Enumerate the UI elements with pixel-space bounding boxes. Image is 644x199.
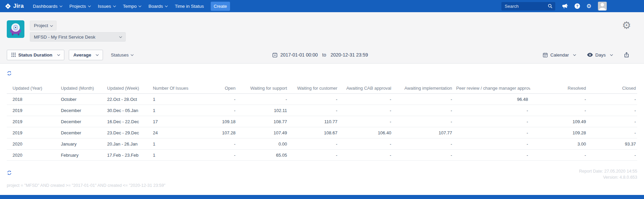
table-cell: 2019 xyxy=(7,105,59,116)
table-cell: 107.77 xyxy=(393,127,454,138)
create-button[interactable]: Create xyxy=(211,2,230,11)
grid-icon xyxy=(12,53,16,57)
top-navbar: Jira DashboardsProjectsIssuesTempoBoards… xyxy=(0,0,644,12)
table-cell: 20.Jan - 26.Jan xyxy=(105,138,151,150)
refresh-button-bottom[interactable] xyxy=(7,170,12,175)
calendar-type-dropdown[interactable]: Calendar xyxy=(543,52,576,58)
table-cell: - xyxy=(194,138,237,150)
table-cell: 96.48 xyxy=(454,94,530,105)
table-cell: 17.Feb - 23.Feb xyxy=(105,150,151,161)
column-header: Resolved xyxy=(530,83,588,94)
status-duration-table: Updated (Year)Updated (Month)Updated (We… xyxy=(7,83,637,161)
date-separator: to xyxy=(321,52,328,58)
user-avatar[interactable] xyxy=(598,2,607,10)
report-type-dropdown[interactable]: Status Duration xyxy=(7,50,64,60)
table-cell: - xyxy=(588,94,637,105)
jira-logo-text: Jira xyxy=(13,3,24,9)
table-cell: - xyxy=(454,116,530,127)
table-cell: - xyxy=(289,105,339,116)
nav-item-label: Issues xyxy=(98,4,111,9)
project-scope-button[interactable]: Project xyxy=(30,21,57,30)
metric-dropdown[interactable]: Average xyxy=(69,50,103,60)
table-cell: - xyxy=(339,138,393,150)
nav-item-issues[interactable]: Issues xyxy=(94,0,119,12)
nav-item-time-in-status[interactable]: Time in Status xyxy=(171,0,208,12)
table-cell: - xyxy=(588,116,637,127)
refresh-icon xyxy=(7,170,12,175)
column-header: Updated (Month) xyxy=(59,83,105,94)
table-cell: - xyxy=(393,138,454,150)
table-cell: - xyxy=(194,105,237,116)
help-icon[interactable]: ? xyxy=(575,3,580,9)
table-cell: - xyxy=(530,94,588,105)
time-unit-dropdown[interactable]: Days xyxy=(587,52,612,58)
calendar-icon xyxy=(543,52,548,58)
table-cell: 106.40 xyxy=(339,127,393,138)
table-cell: 65.05 xyxy=(237,150,289,161)
nav-item-projects[interactable]: Projects xyxy=(66,0,94,12)
export-button[interactable] xyxy=(624,52,629,58)
table-cell: 0.00 xyxy=(237,138,289,150)
table-cell: 109.49 xyxy=(530,116,588,127)
table-cell: 109.18 xyxy=(194,116,237,127)
nav-item-label: Boards xyxy=(148,4,163,9)
toolbar-right: Calendar Days xyxy=(543,52,629,58)
jira-logo-icon xyxy=(5,3,11,9)
search-input[interactable] xyxy=(504,3,546,9)
nav-item-tempo[interactable]: Tempo xyxy=(119,0,145,12)
column-header: Updated (Year) xyxy=(7,83,59,94)
table-cell: - xyxy=(530,105,588,116)
report-type-label: Status Duration xyxy=(18,52,53,58)
table-cell: February xyxy=(59,150,105,161)
nav-gear-icon[interactable]: ⚙ xyxy=(586,3,591,9)
table-cell: - xyxy=(339,116,393,127)
calendar-minus-icon xyxy=(272,52,277,58)
jql-query: project = "MFSD" AND created >= "2017-01… xyxy=(7,183,165,188)
metric-label: Average xyxy=(74,52,91,58)
report-content: Updated (Year)Updated (Month)Updated (We… xyxy=(0,64,644,195)
column-header: Open xyxy=(194,83,237,94)
nav-item-boards[interactable]: Boards xyxy=(145,0,171,12)
table-cell: - xyxy=(393,94,454,105)
chevron-down-icon xyxy=(50,24,53,26)
report-date: Report Date: 27.05.2020 14:55 xyxy=(579,169,637,174)
date-range-picker[interactable]: 2017-01-01 00:00 to 2020-12-31 23:59 xyxy=(272,52,368,58)
table-cell: - xyxy=(339,105,393,116)
table-cell: - xyxy=(339,94,393,105)
table-header-row: Updated (Year)Updated (Month)Updated (We… xyxy=(7,83,637,94)
column-header: Awaiting implementation xyxy=(393,83,454,94)
chevron-down-icon xyxy=(60,4,62,7)
table-cell: January xyxy=(59,138,105,150)
chevron-down-icon xyxy=(113,4,116,7)
nav-item-dashboards[interactable]: Dashboards xyxy=(29,0,66,12)
refresh-icon xyxy=(7,71,12,76)
jira-logo[interactable]: Jira xyxy=(5,3,24,9)
bottom-bar xyxy=(0,195,644,199)
table-cell: - xyxy=(289,150,339,161)
table-cell: - xyxy=(454,138,530,150)
table-cell: 24 xyxy=(151,127,194,138)
nav-items: DashboardsProjectsIssuesTempoBoardsTime … xyxy=(29,0,208,12)
settings-gear-icon[interactable]: ⚙ xyxy=(622,20,631,30)
table-cell: 1 xyxy=(151,105,194,116)
table-cell: 23.Dec - 29.Dec xyxy=(105,127,151,138)
time-unit-label: Days xyxy=(595,52,606,58)
table-cell: 93.37 xyxy=(588,138,637,150)
search-box xyxy=(501,2,555,10)
table-cell: 110.77 xyxy=(289,116,339,127)
table-cell: 30.Dec - 05.Jan xyxy=(105,105,151,116)
chevron-down-icon xyxy=(57,53,60,56)
statuses-dropdown[interactable]: Statuses xyxy=(111,52,133,58)
project-select[interactable]: MFSD - My First Service Desk xyxy=(30,32,126,42)
nav-item-label: Tempo xyxy=(123,4,137,9)
refresh-button[interactable] xyxy=(7,71,12,76)
statuses-label: Statuses xyxy=(111,52,129,58)
megaphone-icon[interactable] xyxy=(562,3,568,9)
table-cell: 107.28 xyxy=(194,127,237,138)
project-avatar xyxy=(7,20,24,38)
table-cell: December xyxy=(59,127,105,138)
search-icon[interactable] xyxy=(548,4,553,8)
eye-icon xyxy=(587,52,593,57)
table-cell: 1 xyxy=(151,138,194,150)
toolbar-left: Status Duration Average Statuses xyxy=(7,50,133,60)
